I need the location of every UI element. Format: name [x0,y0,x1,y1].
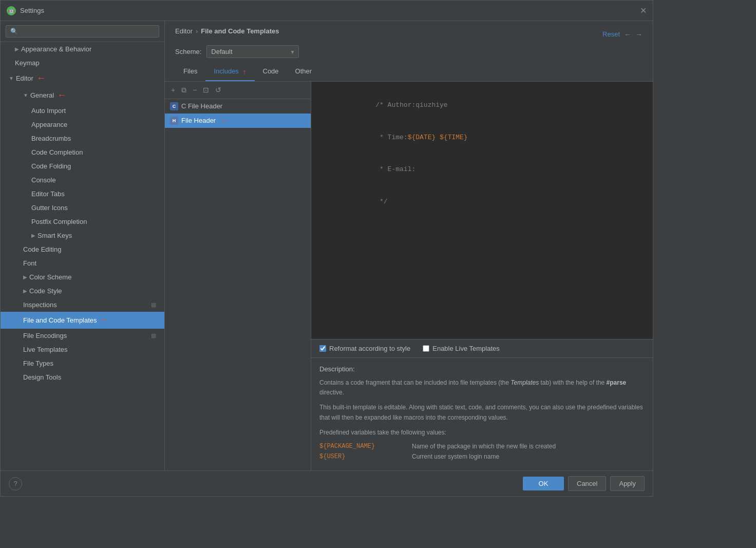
sidebar-item-color-scheme[interactable]: ▶ Color Scheme [1,270,164,284]
sidebar-item-live-templates[interactable]: Live Templates [1,343,164,356]
template-list: C C File Header H File Header ← [165,99,311,470]
c-file-icon: C [170,102,178,110]
sidebar-item-inspections[interactable]: Inspections ▦ [1,298,164,312]
red-arrow-editor: ← [36,73,46,84]
sidebar-item-auto-import[interactable]: Auto Import [1,104,164,118]
reformat-checkbox[interactable] [319,345,326,352]
nav-back-button[interactable]: ← [624,30,631,39]
code-line-1: /* Author:qiuzhiye [319,90,645,122]
code-line-4: */ [319,186,645,218]
sidebar-item-label: File and Code Templates [23,316,97,324]
remove-template-button[interactable]: − [191,85,199,95]
reset-button[interactable]: Reset [602,30,620,38]
chevron-down-icon-general: ▼ [23,92,28,98]
sidebar-item-keymap[interactable]: Keymap [1,56,164,70]
header-actions: Reset ← → [602,30,642,39]
sidebar-item-label: Keymap [15,59,40,67]
content-area: ▶ Appearance & Behavior Keymap ▼ Editor … [1,21,653,470]
sidebar-item-console[interactable]: Console [1,173,164,187]
search-box [1,21,164,42]
sidebar-item-postfix-completion[interactable]: Postfix Completion [1,215,164,229]
sidebar-item-code-editing[interactable]: Code Editing [1,242,164,256]
description-text-3: Predefined variables take the following … [319,428,645,438]
sidebar-item-editor[interactable]: ▼ Editor ← [1,70,164,87]
live-templates-checkbox[interactable] [423,345,429,352]
sidebar-item-label: Inspections [23,301,57,309]
chevron-right-icon: ▶ [15,46,19,52]
bottom-options: Reformat according to style Enable Live … [311,339,653,357]
sidebar-item-editor-tabs[interactable]: Editor Tabs [1,187,164,201]
copy2-template-button[interactable]: ⊡ [201,85,211,95]
chevron-right-icon-color: ▶ [23,274,27,280]
code-editor[interactable]: /* Author:qiuzhiye * Time:${DATE} ${TIME… [311,82,653,339]
description-text-2: This built-in template is editable. Alon… [319,403,645,422]
var-name-user: ${USER} [319,453,402,460]
reformat-label: Reformat according to style [329,345,410,352]
chevron-right-icon-code-style: ▶ [23,288,27,294]
sidebar-item-general[interactable]: ▼ General ← [1,87,164,104]
apply-button[interactable]: Apply [610,476,645,491]
sidebar-item-label: Design Tools [23,373,61,381]
tab-files[interactable]: Files [175,63,205,81]
sidebar-item-label: Code Editing [23,245,61,253]
sidebar-item-design-tools[interactable]: Design Tools [1,370,164,384]
sidebar-item-code-folding[interactable]: Code Folding [1,159,164,173]
app-icon: 🤖 [7,6,16,15]
live-templates-label: Enable Live Templates [432,345,500,352]
template-item-c-file-header[interactable]: C C File Header [165,99,311,114]
reset-template-button[interactable]: ↺ [213,85,223,95]
settings-window: 🤖 Settings ✕ ▶ Appearance & Behavior Key… [0,0,653,497]
left-panel: + ⧉ − ⊡ ↺ C C File Header H File He [165,82,311,470]
tab-code[interactable]: Code [255,63,287,81]
right-panel: /* Author:qiuzhiye * Time:${DATE} ${TIME… [311,82,653,470]
help-button[interactable]: ? [9,477,22,490]
ok-button[interactable]: OK [523,477,564,490]
sidebar-item-label: Code Folding [31,162,71,170]
sidebar-item-code-completion[interactable]: Code Completion [1,145,164,159]
template-item-file-header[interactable]: H File Header ← [165,114,311,128]
sidebar-item-gutter-icons[interactable]: Gutter Icons [1,201,164,215]
add-template-button[interactable]: + [169,85,177,95]
sidebar-item-label: Smart Keys [37,232,72,239]
description-title: Description: [319,365,645,373]
copy-template-button[interactable]: ⧉ [179,85,188,96]
variables-table: ${PACKAGE_NAME} Name of the package in w… [319,443,645,460]
sidebar-item-appearance[interactable]: Appearance [1,118,164,131]
close-button[interactable]: ✕ [640,6,647,15]
sidebar-item-label: Editor Tabs [31,190,65,198]
sidebar-item-file-encodings[interactable]: File Encodings ▦ [1,329,164,343]
search-input[interactable] [6,25,159,37]
code-line-3: * E-mail: [319,154,645,185]
sidebar-item-label: File Encodings [23,332,67,339]
tab-includes[interactable]: Includes ↑ [205,63,254,81]
red-arrow-general: ← [57,90,66,101]
sidebar-item-label: File Types [23,360,53,367]
sidebar-item-label: Code Style [29,287,62,295]
sidebar-item-font[interactable]: Font [1,256,164,270]
scheme-select[interactable]: Default Project [206,45,299,58]
sidebar-item-appearance-behavior[interactable]: ▶ Appearance & Behavior [1,42,164,56]
file-encodings-icon: ▦ [151,332,156,339]
sidebar-item-breadcrumbs[interactable]: Breadcrumbs [1,131,164,145]
breadcrumb-parent: Editor [175,27,193,35]
red-arrow-file-header: ← [221,117,228,125]
template-item-label: C File Header [181,102,222,110]
sidebar-item-code-style[interactable]: ▶ Code Style [1,284,164,298]
chevron-right-icon-smart: ▶ [31,233,35,238]
live-templates-checkbox-row: Enable Live Templates [423,345,500,352]
sidebar-item-label: Appearance & Behavior [21,45,91,53]
sidebar-item-label: Editor [16,74,33,82]
sidebar-item-label: Gutter Icons [31,204,68,212]
sidebar-item-label: Code Completion [31,148,83,156]
nav-forward-button[interactable]: → [635,30,642,39]
sidebar-item-file-types[interactable]: File Types [1,356,164,370]
sidebar-item-label: Font [23,259,36,267]
tab-other[interactable]: Other [287,63,320,81]
breadcrumb-separator: › [196,27,198,35]
var-row-user: ${USER} Current user system login name [319,453,645,460]
sidebar-item-file-code-templates[interactable]: File and Code Templates ← [1,312,164,329]
cancel-button[interactable]: Cancel [568,476,606,491]
var-name-package: ${PACKAGE_NAME} [319,443,402,450]
code-line-2: * Time:${DATE} ${TIME} [319,122,645,154]
sidebar-item-smart-keys[interactable]: ▶ Smart Keys [1,229,164,242]
